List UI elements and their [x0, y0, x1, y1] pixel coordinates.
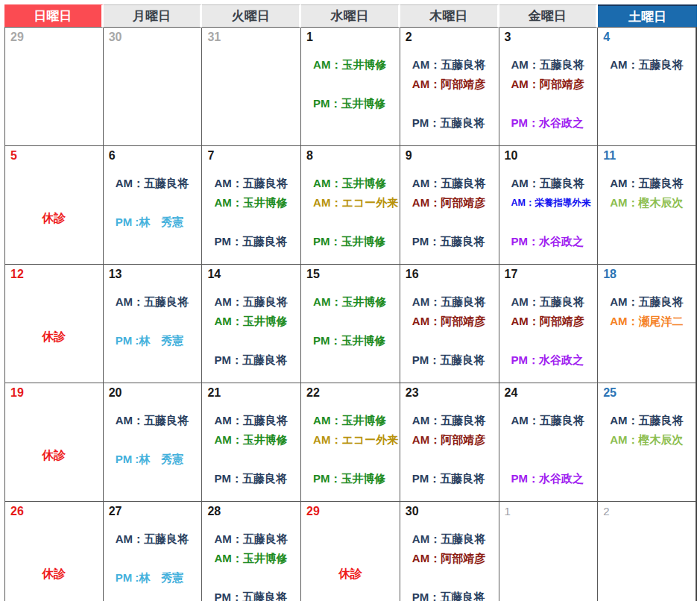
schedule-slot [403, 450, 496, 469]
schedule-slot [502, 529, 595, 549]
day-number: 13 [107, 267, 199, 283]
schedule-slot: AM：五藤良将 [403, 55, 496, 75]
day-number: 4 [601, 30, 693, 46]
closed-label: 休診 [304, 567, 397, 582]
weekday-header-wednesday: 水曜日 [301, 4, 400, 28]
schedule-slot: PM：五藤良将 [205, 350, 297, 370]
week-row-5: 26休診27AM：五藤良将PM :林 秀憲28AM：五藤良将AM：玉井博修PM：… [4, 502, 697, 601]
schedule-entry: AM：五藤良将 [403, 529, 496, 549]
schedule-entry: AM：五藤良将 [601, 292, 693, 312]
schedule-slot: PM：水谷政之 [502, 113, 595, 133]
day-number: 23 [403, 386, 496, 402]
schedule-entry: AM：五藤良将 [403, 411, 496, 430]
day-cell: 11AM：五藤良将AM：樫木辰次 [598, 146, 697, 265]
day-cell: 12休診 [4, 265, 104, 383]
schedule-slot: AM：玉井博修 [205, 312, 297, 331]
schedule-entry: AM：五藤良将 [403, 174, 496, 193]
schedule-slot: PM：五藤良将 [205, 469, 297, 488]
schedule-entry: PM：玉井博修 [304, 331, 397, 350]
schedule-entry: PM：五藤良将 [403, 350, 496, 370]
schedule-entry: AM：樫木辰次 [601, 193, 693, 213]
day-cell: 7AM：五藤良将AM：玉井博修PM：五藤良将 [202, 146, 301, 265]
schedule-slot [601, 113, 693, 133]
schedule-slot: PM：水谷政之 [502, 232, 595, 251]
day-cell: 24AM：五藤良将PM：水谷政之 [499, 383, 599, 502]
schedule-slot [205, 55, 297, 75]
day-number: 10 [502, 148, 595, 165]
day-cell: 1 [499, 502, 599, 601]
schedule-slot [107, 232, 199, 251]
schedule-slot: AM：五藤良将 [601, 411, 693, 430]
day-cell: 5休診 [4, 146, 104, 265]
schedule-entry: AM：玉井博修 [205, 549, 297, 568]
schedule-entry: AM：五藤良将 [502, 411, 595, 430]
schedule-slot: PM：水谷政之 [502, 469, 595, 488]
schedule-entry: PM :林 秀憲 [107, 450, 199, 469]
weekday-header-friday: 金曜日 [499, 4, 599, 28]
day-number: 20 [107, 386, 199, 402]
day-cell: 20AM：五藤良将PM :林 秀憲 [104, 383, 203, 502]
schedule-entry: PM：五藤良将 [403, 113, 496, 133]
schedule-entry: AM：玉井博修 [304, 292, 397, 312]
schedule-slot [205, 213, 297, 232]
day-number: 9 [403, 148, 496, 165]
schedule-slot: AM：五藤良将 [403, 174, 496, 193]
schedule-slot [601, 588, 693, 601]
day-cell: 23AM：五藤良将AM：阿部靖彦PM：五藤良将 [400, 383, 499, 502]
day-cell: 3AM：五藤良将AM：阿部靖彦PM：水谷政之 [499, 28, 599, 146]
schedule-entry: AM：瀬尾洋二 [601, 312, 693, 331]
schedule-entry: AM：五藤良将 [107, 411, 199, 430]
schedule-slot: AM：玉井博修 [205, 549, 297, 568]
day-number: 27 [107, 504, 199, 520]
schedule-slot: AM：玉井博修 [304, 292, 397, 312]
day-cell: 22AM：玉井博修AM：エコー外来PM：玉井博修 [301, 383, 400, 502]
schedule-slot [107, 193, 199, 213]
week-row-2: 5休診6AM：五藤良将PM :林 秀憲7AM：五藤良将AM：玉井博修PM：五藤良… [4, 146, 697, 265]
schedule-slot: PM：玉井博修 [304, 94, 397, 113]
schedule-slot [601, 75, 693, 94]
day-number: 29 [8, 30, 100, 46]
day-cell: 2 [598, 502, 697, 601]
schedule-slot: AM：栄養指導外来 [502, 193, 595, 213]
schedule-slot: AM：五藤良将 [205, 411, 297, 430]
schedule-slot: PM：五藤良将 [205, 232, 297, 251]
schedule-slot [601, 568, 693, 588]
schedule-entry: AM：五藤良将 [502, 55, 595, 75]
schedule-entry: PM :林 秀憲 [107, 568, 199, 588]
schedule-slot: AM：五藤良将 [502, 55, 595, 75]
day-cell: 26休診 [4, 502, 104, 601]
schedule-slot: AM：五藤良将 [107, 174, 199, 193]
schedule-slot [8, 75, 100, 94]
schedule-slot: PM：五藤良将 [403, 232, 496, 251]
schedule-entry: AM：阿部靖彦 [403, 549, 496, 568]
schedule-entry: PM：玉井博修 [304, 232, 397, 251]
schedule-entry: AM：五藤良将 [205, 174, 297, 193]
day-number: 1 [304, 30, 397, 46]
day-cell: 28AM：五藤良将AM：玉井博修PM：五藤良将 [202, 502, 301, 601]
day-number: 3 [502, 30, 595, 46]
schedule-slot [502, 94, 595, 113]
schedule-entry: AM：五藤良将 [107, 292, 199, 312]
schedule-entry: AM：玉井博修 [304, 411, 397, 430]
weekday-header-label: 日曜日 [34, 9, 72, 23]
day-cell: 10AM：五藤良将AM：栄養指導外来PM：水谷政之 [499, 146, 599, 265]
schedule-entry: PM：五藤良将 [403, 469, 496, 488]
schedule-entry: AM：五藤良将 [403, 55, 496, 75]
day-number: 15 [304, 267, 397, 283]
schedule-slot: PM :林 秀憲 [107, 568, 199, 588]
weekday-header-label: 金曜日 [529, 9, 567, 23]
schedule-slot [107, 312, 199, 331]
weekday-header-tuesday: 火曜日 [202, 4, 301, 28]
schedule-entry: AM：五藤良将 [205, 529, 297, 549]
schedule-entry: AM：五藤良将 [205, 292, 297, 312]
day-cell: 6AM：五藤良将PM :林 秀憲 [104, 146, 203, 265]
day-number: 29 [304, 504, 397, 520]
schedule-slot: AM：阿部靖彦 [502, 75, 595, 94]
schedule-slot: PM：玉井博修 [304, 232, 397, 251]
schedule-slot: PM：五藤良将 [403, 588, 496, 601]
schedule-slot: PM：五藤良将 [205, 588, 297, 601]
schedule-slot [601, 232, 693, 251]
schedule-slot [107, 430, 199, 450]
schedule-entry: AM：エコー外来 [304, 430, 397, 450]
schedule-slot: AM：五藤良将 [205, 529, 297, 549]
